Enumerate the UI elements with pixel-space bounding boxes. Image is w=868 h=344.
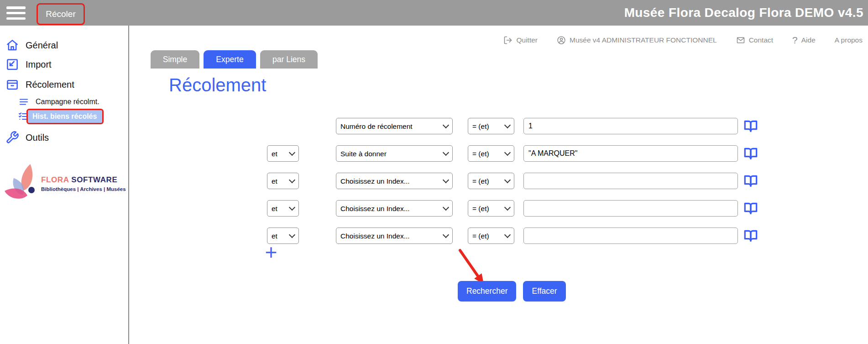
list-lines-icon — [18, 96, 29, 107]
index-select[interactable]: Choisissez un Index... — [336, 200, 453, 217]
index-select[interactable]: Choisissez un Index... — [336, 173, 453, 189]
mail-icon — [736, 36, 745, 45]
index-select[interactable]: Numéro de récolement — [336, 118, 453, 134]
sidebar-item-label: Général — [26, 40, 58, 51]
hamburger-menu-icon[interactable] — [6, 6, 26, 20]
tab-simple[interactable]: Simple — [151, 50, 199, 69]
search-value-input[interactable] — [523, 173, 738, 189]
sidebar-item-outils[interactable]: Outils — [0, 129, 134, 146]
flora-flower-logo — [2, 163, 43, 205]
sidebar-item-import[interactable]: Import — [0, 56, 134, 73]
tab-par-liens[interactable]: par Liens — [260, 50, 318, 69]
top-bar: Récoler Musée Flora Decalog Flora DEMO v… — [0, 0, 868, 26]
main-content: Quitter Musée v4 ADMINISTRATEUR FONCTION… — [129, 26, 868, 344]
effacer-button[interactable]: Effacer — [523, 281, 565, 302]
a-propos-link[interactable]: A propos — [835, 36, 863, 44]
search-mode-tabs: Simple Experte par Liens — [151, 50, 318, 69]
form-actions: Rechercher Effacer — [458, 281, 566, 302]
logo-brand-text: FLORA SOFTWARE — [41, 175, 117, 185]
logo-dot — [28, 187, 35, 193]
operator-select[interactable]: = (et) — [468, 228, 514, 244]
question-icon: ? — [792, 35, 798, 46]
open-book-icon[interactable] — [743, 119, 758, 133]
search-row-1: Numéro de récolement = (et) — [267, 118, 868, 134]
index-select[interactable]: Suite à donner — [336, 145, 453, 162]
tab-experte[interactable]: Experte — [204, 50, 256, 69]
sidebar-item-hist-biens-recoles[interactable]: Hist. biens récolés — [0, 109, 146, 124]
recoler-red-highlight-box: Récoler — [37, 3, 85, 25]
search-row-2: et Suite à donner = (et) — [267, 145, 868, 162]
search-value-input[interactable] — [523, 200, 738, 217]
sidebar-item-label: Import — [26, 59, 52, 70]
sidebar-item-label: Récolement — [26, 79, 74, 90]
module-label: Récoler — [46, 9, 75, 19]
sidebar-item-label: Outils — [26, 132, 49, 143]
search-row-3: et Choisissez un Index... = (et) — [267, 173, 868, 189]
sidebar-item-general[interactable]: Général — [0, 37, 134, 54]
page-title: Récolement — [169, 75, 266, 95]
home-icon — [5, 38, 19, 52]
sidebar-item-recolement[interactable]: Récolement — [0, 76, 134, 93]
contact-link[interactable]: Contact — [736, 36, 773, 45]
logo-tagline: Bibliothèques | Archives | Musées — [41, 186, 126, 192]
aide-link[interactable]: ? Aide — [792, 35, 816, 46]
boolean-operator-select[interactable]: et — [267, 145, 299, 162]
user-icon — [557, 36, 566, 45]
sidebar-item-campagne-recolement[interactable]: Campagne récolmt. — [0, 95, 146, 109]
sidebar-item-label: Hist. biens récolés — [32, 112, 97, 121]
archive-box-icon — [5, 78, 19, 91]
search-row-4: et Choisissez un Index... = (et) — [267, 200, 868, 217]
open-book-icon[interactable] — [743, 228, 758, 243]
operator-select[interactable]: = (et) — [468, 118, 514, 134]
boolean-operator-select[interactable]: et — [267, 200, 299, 217]
wrench-icon — [5, 131, 19, 144]
search-value-input[interactable] — [523, 145, 738, 162]
flora-software-logo: FLORA SOFTWARE Bibliothèques | Archives … — [0, 163, 128, 217]
search-value-input[interactable] — [523, 118, 738, 134]
sidebar: Général Import Récolement Campagne récol… — [0, 26, 129, 344]
selected-item-red-highlight-box: Hist. biens récolés — [26, 109, 104, 124]
add-criteria-plus-icon[interactable]: + — [261, 242, 281, 262]
operator-select[interactable]: = (et) — [468, 173, 514, 189]
user-account-link[interactable]: Musée v4 ADMINISTRATEUR FONCTIONNEL — [557, 36, 717, 45]
logout-icon — [503, 36, 512, 45]
flora-application-window: Récoler Musée Flora Decalog Flora DEMO v… — [0, 0, 868, 344]
operator-select[interactable]: = (et) — [468, 200, 514, 217]
open-book-icon[interactable] — [743, 174, 758, 188]
search-value-input[interactable] — [523, 228, 738, 244]
boolean-operator-select[interactable]: et — [267, 173, 299, 189]
sidebar-item-label: Campagne récolmt. — [36, 98, 99, 106]
search-row-5: et Choisissez un Index... = (et) — [267, 228, 868, 244]
index-select[interactable]: Choisissez un Index... — [336, 228, 453, 244]
open-book-icon[interactable] — [743, 146, 758, 161]
operator-select[interactable]: = (et) — [468, 145, 514, 162]
quitter-link[interactable]: Quitter — [503, 36, 538, 45]
open-book-icon[interactable] — [743, 201, 758, 216]
import-icon — [5, 58, 19, 71]
expert-search-form: Numéro de récolement = (et) et Suite à d… — [129, 118, 868, 255]
rechercher-button[interactable]: Rechercher — [458, 281, 516, 302]
app-title: Musée Flora Decalog Flora DEMO v4.5 — [624, 0, 863, 26]
header-links: Quitter Musée v4 ADMINISTRATEUR FONCTION… — [503, 35, 863, 46]
